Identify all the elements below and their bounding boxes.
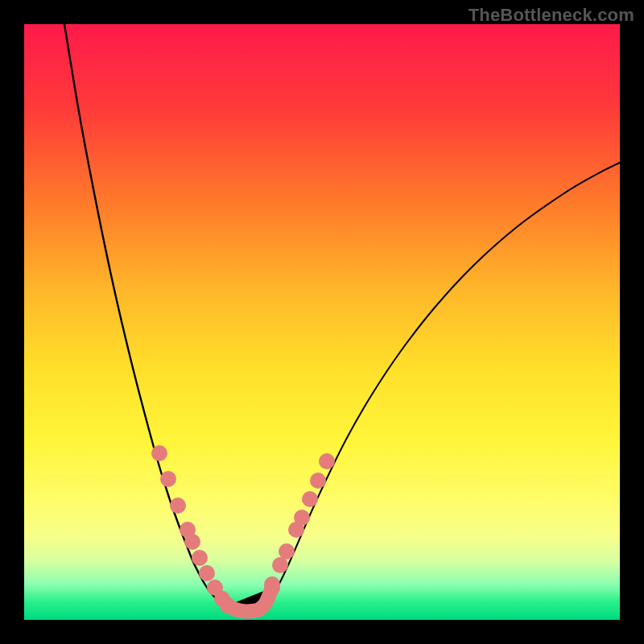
plot-background (24, 24, 620, 620)
data-marker (170, 497, 186, 514)
data-marker (192, 550, 208, 566)
data-marker (214, 591, 230, 607)
data-marker (272, 557, 288, 573)
data-marker (199, 565, 215, 581)
data-marker (160, 471, 176, 487)
data-marker (310, 473, 326, 489)
data-marker (184, 534, 200, 550)
plot-svg (24, 24, 620, 620)
data-marker (302, 491, 318, 507)
chart-stage: TheBottleneck.com (0, 0, 644, 644)
data-marker (279, 543, 295, 559)
data-marker (319, 453, 335, 469)
watermark-label: TheBottleneck.com (469, 5, 634, 26)
data-marker (294, 510, 310, 526)
curve-left (64, 24, 228, 609)
data-marker (264, 576, 280, 592)
curve-right (264, 163, 620, 609)
data-marker (151, 445, 167, 461)
